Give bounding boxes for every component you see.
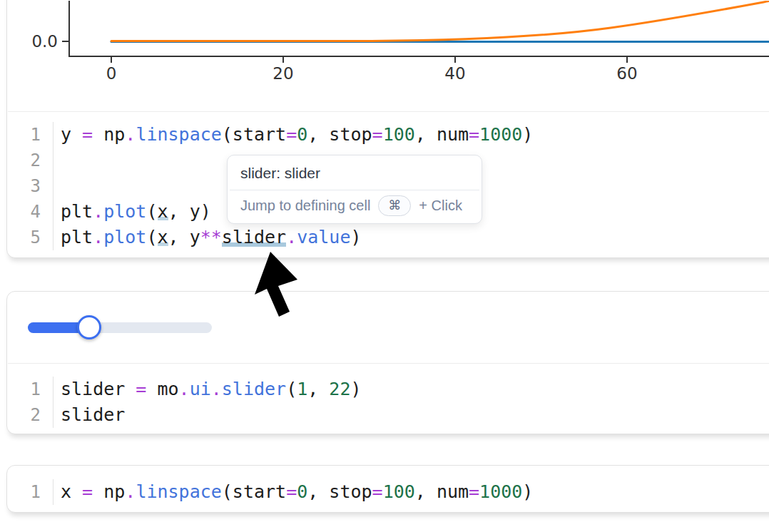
code-text[interactable]: plt.plot(x, y)	[53, 199, 211, 225]
line-number: 4	[15, 199, 41, 225]
command-key-badge: ⌘	[378, 195, 411, 216]
variable-tooltip: slider: slider Jump to defining cell ⌘ +…	[227, 155, 482, 224]
line-number: 1	[15, 122, 41, 148]
code-editor-slider-cell[interactable]: 1slider = mo.ui.slider(1, 22)2slider	[15, 377, 769, 428]
code-line[interactable]: 5plt.plot(x, y**slider.value)	[15, 225, 769, 250]
code-line[interactable]: 2slider	[15, 402, 769, 428]
code-text[interactable]: y = np.linspace(start=0, stop=100, num=1…	[53, 122, 533, 148]
matplotlib-figure: 0.0 0 20 40 60	[1, 1, 769, 108]
jump-to-defining-cell-action[interactable]: Jump to defining cell ⌘ + Click	[230, 190, 479, 223]
line-number: 1	[15, 479, 41, 505]
x-tick-label: 60	[616, 64, 637, 83]
line-number: 2	[15, 148, 41, 173]
line-series-y-pow-slider	[111, 1, 769, 41]
code-text[interactable]	[53, 173, 61, 199]
slider-handle[interactable]	[77, 315, 101, 339]
code-text[interactable]: x = np.linspace(start=0, stop=100, num=1…	[53, 479, 533, 505]
line-number: 3	[15, 173, 41, 199]
cell-slider: 1slider = mo.ui.slider(1, 22)2slider	[6, 291, 769, 434]
slider-track[interactable]	[28, 322, 212, 333]
cell-x: 1x = np.linspace(start=0, stop=100, num=…	[6, 465, 769, 513]
code-line[interactable]: 1y = np.linspace(start=0, stop=100, num=…	[15, 122, 769, 148]
x-tick-label: 40	[444, 64, 465, 83]
code-text[interactable]: plt.plot(x, y**slider.value)	[53, 225, 362, 250]
command-key-glyph: ⌘	[388, 198, 401, 213]
code-text[interactable]: slider = mo.ui.slider(1, 22)	[53, 377, 362, 402]
code-editor-x-cell[interactable]: 1x = np.linspace(start=0, stop=100, num=…	[15, 479, 769, 505]
tooltip-title: slider: slider	[228, 155, 482, 190]
output-editor-divider	[8, 363, 769, 364]
code-line[interactable]: 1x = np.linspace(start=0, stop=100, num=…	[15, 479, 769, 505]
code-text[interactable]: slider	[53, 402, 125, 428]
line-number: 5	[15, 225, 41, 250]
code-text[interactable]	[53, 148, 61, 173]
click-suffix-label: + Click	[419, 198, 462, 214]
x-tick-label: 0	[106, 64, 117, 83]
y-tick-label: 0.0	[31, 32, 58, 51]
output-editor-divider	[8, 111, 769, 112]
code-line[interactable]: 1slider = mo.ui.slider(1, 22)	[15, 377, 769, 402]
x-tick-label: 20	[273, 64, 293, 83]
line-number: 1	[15, 377, 41, 402]
jump-label: Jump to defining cell	[240, 198, 370, 214]
line-number: 2	[15, 402, 41, 428]
